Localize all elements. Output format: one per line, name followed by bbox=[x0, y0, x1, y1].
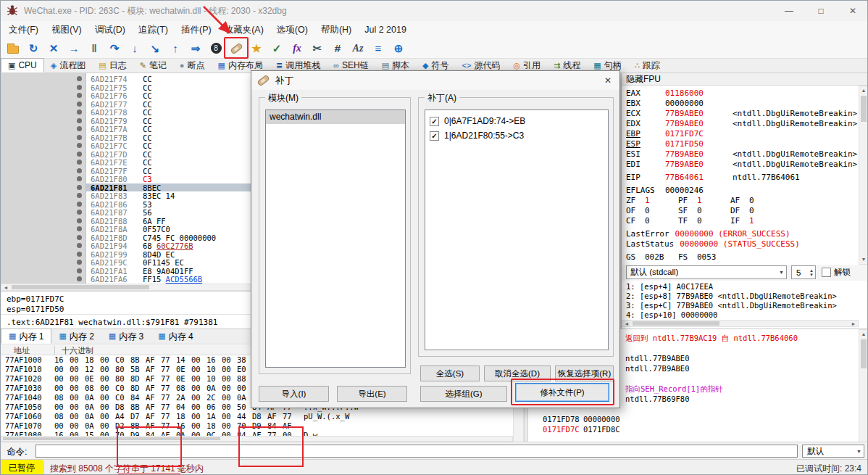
tab-笔记[interactable]: ✎笔记 bbox=[133, 58, 173, 73]
menu-item-3[interactable]: 调试(D) bbox=[88, 22, 132, 38]
argument-depth-stepper[interactable]: 5 ▲▼ bbox=[791, 265, 816, 279]
breakpoint-dot[interactable] bbox=[77, 126, 82, 131]
breakpoint-dot[interactable] bbox=[77, 143, 82, 148]
breakpoint-dot[interactable] bbox=[77, 226, 82, 231]
breakpoint-dot[interactable] bbox=[77, 202, 82, 207]
menu-item-6[interactable]: 收藏夹(A) bbox=[218, 22, 270, 38]
register-row-EAX[interactable]: EAX01186000 bbox=[622, 88, 858, 98]
minimize-button[interactable]: — bbox=[773, 1, 805, 21]
patch-file-button[interactable]: 修补文件(P) bbox=[515, 383, 609, 402]
menu-item-5[interactable]: 插件(P) bbox=[175, 22, 218, 38]
flag-ZF[interactable]: ZF1 bbox=[626, 196, 678, 205]
command-mode-select[interactable]: 默认 ▼ bbox=[802, 445, 864, 458]
menu-item-4[interactable]: 追踪(T) bbox=[132, 22, 175, 38]
dump-col-hex[interactable]: 十六进制 bbox=[62, 345, 93, 356]
import-button[interactable]: 导入(I) bbox=[259, 386, 329, 402]
flag-SF[interactable]: SF0 bbox=[678, 206, 730, 215]
flag-AF[interactable]: AF0 bbox=[730, 196, 783, 205]
select-group-button[interactable]: 选择组(G) bbox=[420, 386, 507, 402]
dump-col-address[interactable]: 地址 bbox=[14, 345, 30, 356]
scroll-thumb[interactable] bbox=[12, 285, 149, 289]
breakpoint-dot[interactable] bbox=[77, 276, 82, 281]
breakpoint-dot[interactable] bbox=[77, 135, 82, 140]
menu-item-9[interactable]: Jul 2 2019 bbox=[358, 22, 413, 37]
breakpoint-dot[interactable] bbox=[77, 185, 82, 190]
patch-checkbox[interactable]: ✓ bbox=[430, 131, 439, 141]
menu-item-8[interactable]: 帮助(H) bbox=[314, 22, 358, 38]
register-row-ESI[interactable]: ESI77B9ABE0<ntdll.DbgUiRemoteBreakin> bbox=[622, 149, 858, 159]
comment-check-button[interactable]: ✓ bbox=[269, 41, 285, 57]
export-button[interactable]: 导出(E) bbox=[337, 386, 407, 402]
register-row-EBX[interactable]: EBX00000000 bbox=[622, 98, 858, 108]
registers-vscrollbar[interactable]: ▲ ▼ bbox=[859, 86, 868, 265]
maximize-button[interactable]: □ bbox=[805, 1, 837, 21]
argument-row-3[interactable]: 3: [esp+C] 77B9ABE0 <ntdll.DbgUiRemoteBr… bbox=[622, 301, 858, 310]
globe-button[interactable]: ⊕ bbox=[391, 41, 406, 57]
patch-item-2[interactable]: ✓1|6AD21F80:55->C3 bbox=[425, 128, 608, 143]
patch-checkbox[interactable]: ✓ bbox=[430, 117, 439, 126]
register-row-EDX[interactable]: EDX77B9ABE0<ntdll.DbgUiRemoteBreakin> bbox=[622, 118, 858, 128]
calling-convention-select[interactable]: 默认 (stdcall) ▼ bbox=[626, 265, 787, 279]
register-row-EFLAGS[interactable]: EFLAGS00000246 bbox=[622, 185, 858, 195]
dump-row[interactable]: 77AF107000000A00D28BAF771600180070D984AF bbox=[1, 421, 513, 431]
close-debuggee-button[interactable]: ✕ bbox=[46, 41, 62, 57]
menu-item-7[interactable]: 选项(O) bbox=[270, 22, 314, 38]
tab-内存-2[interactable]: ▦内存 2 bbox=[51, 329, 101, 344]
register-row-ECX[interactable]: ECX77B9ABE0<ntdll.DbgUiRemoteBreakin> bbox=[622, 108, 858, 118]
scroll-up-icon[interactable]: ▲ bbox=[859, 88, 868, 94]
breakpoint-dot[interactable] bbox=[77, 218, 82, 223]
hide-fpu-button[interactable]: 隐藏FPU bbox=[622, 73, 868, 86]
flag-DF[interactable]: DF0 bbox=[730, 206, 783, 215]
patch-list[interactable]: ✓0|6A7F1AD9:74->EB✓1|6AD21F80:55->C3 bbox=[425, 110, 609, 350]
breakpoint-dot[interactable] bbox=[77, 235, 82, 240]
tab-内存-1[interactable]: ▦内存 1 bbox=[1, 329, 51, 344]
step-over-button[interactable]: ↘ bbox=[147, 41, 163, 57]
step-into-button[interactable]: ↓ bbox=[127, 41, 143, 57]
breakpoint-dot[interactable] bbox=[77, 76, 82, 81]
flag-CF[interactable]: CF0 bbox=[626, 216, 678, 226]
pause-button[interactable]: ‖ bbox=[86, 41, 102, 57]
stack-row[interactable]: 0171FD7C0171FD8C bbox=[528, 425, 859, 435]
breakpoint-dot[interactable] bbox=[77, 160, 82, 165]
scroll-thumb[interactable] bbox=[3, 437, 220, 440]
scroll-thumb[interactable] bbox=[861, 96, 867, 122]
memory-list-button[interactable]: ≡ bbox=[370, 41, 386, 57]
flag-TF[interactable]: TF0 bbox=[678, 216, 730, 226]
tab-内存-3[interactable]: ▦内存 3 bbox=[101, 329, 151, 344]
open-file-button[interactable] bbox=[5, 41, 21, 57]
tab-CPU[interactable]: ▣CPU bbox=[1, 58, 44, 73]
trace-ball-button[interactable]: 8 bbox=[208, 41, 224, 57]
tab-断点[interactable]: ●断点 bbox=[173, 58, 212, 73]
module-list[interactable]: wechatwin.dll bbox=[265, 110, 406, 368]
step-out-button[interactable]: ↑ bbox=[167, 41, 183, 57]
argument-row-4[interactable]: 4: [esp+10] 00000000 bbox=[622, 310, 858, 320]
flag-OF[interactable]: OF0 bbox=[626, 206, 678, 215]
breakpoint-dot[interactable] bbox=[77, 260, 82, 265]
scroll-thumb[interactable] bbox=[861, 339, 867, 368]
module-item-wechatwin.dll[interactable]: wechatwin.dll bbox=[266, 110, 405, 124]
restart-button[interactable]: ↻ bbox=[25, 41, 41, 57]
argument-row-2[interactable]: 2: [esp+8] 77B9ABE0 <ntdll.DbgUiRemoteBr… bbox=[622, 292, 858, 301]
command-input[interactable] bbox=[36, 445, 798, 458]
unlock-checkbox[interactable] bbox=[822, 268, 831, 277]
flag-FS[interactable]: FS0053 bbox=[678, 252, 730, 262]
run-button[interactable]: → bbox=[66, 41, 82, 57]
dump-row[interactable]: 77AF106008000A00A4D7AF7718001A0044D8AF77… bbox=[1, 412, 513, 421]
tab-日志[interactable]: ▤日志 bbox=[92, 58, 133, 73]
breakpoint-dot[interactable] bbox=[77, 176, 82, 181]
scroll-left-icon[interactable]: ◄ bbox=[623, 321, 630, 327]
scroll-left-icon[interactable]: ◄ bbox=[2, 285, 9, 291]
breakpoint-dot[interactable] bbox=[77, 110, 82, 115]
patch-item-1[interactable]: ✓0|6A7F1AD9:74->EB bbox=[425, 114, 608, 128]
tab-内存-4[interactable]: ▦内存 4 bbox=[151, 329, 200, 344]
breakpoint-dot[interactable] bbox=[77, 243, 82, 248]
breakpoint-dot[interactable] bbox=[77, 168, 82, 173]
breakpoint-dot[interactable] bbox=[77, 210, 82, 215]
breakpoint-dot[interactable] bbox=[77, 193, 82, 198]
register-row-EBP[interactable]: EBP0171FD7C bbox=[622, 128, 858, 139]
dump-row[interactable]: 77AF10801600150070D984AF0A000C0084AF7700… bbox=[1, 431, 513, 436]
hash-label-button[interactable]: # bbox=[330, 41, 346, 57]
flag-IF[interactable]: IF1 bbox=[730, 216, 783, 226]
breakpoint-dot[interactable] bbox=[77, 118, 82, 123]
scissors-button[interactable]: ✂ bbox=[309, 41, 325, 57]
